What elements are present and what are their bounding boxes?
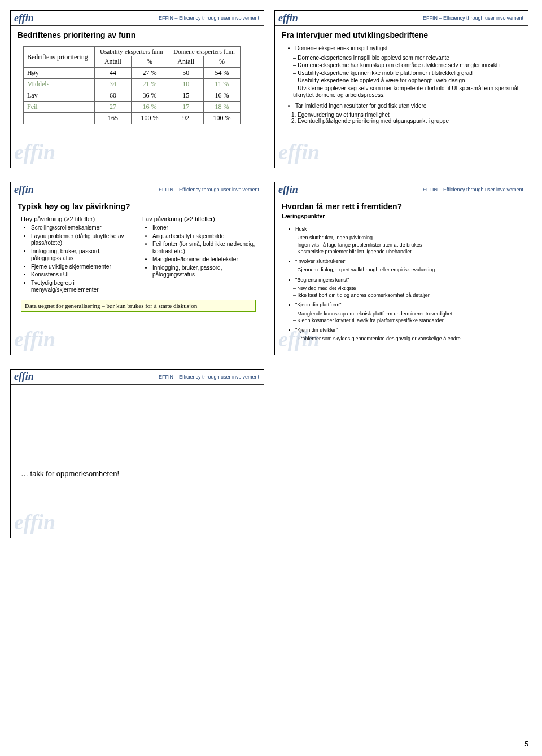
dash-item: Ikke kast bort din tid og andres oppmerk… [293, 292, 521, 298]
dash-item: Usability-ekspertene kjenner ikke mobile… [293, 70, 521, 77]
slide-title: Fra intervjuer med utviklingsbedriftene [275, 26, 528, 42]
bullet: "Begrensningens kunst" [295, 277, 521, 283]
dash-item: Nøy deg med det viktigste [293, 285, 521, 292]
list-item: Ikoner [152, 225, 257, 232]
brand-tagline: EFFIN – Efficiency through user involvem… [159, 15, 259, 21]
brand-logo: effin [278, 12, 298, 24]
bullet: Husk [295, 226, 521, 232]
group-header: Domene-eksperters funn [168, 47, 240, 56]
dash-item: Kosmetiske problemer blir lett liggende … [293, 249, 521, 255]
priority-table: Bedriftens prioritering Usability-eksper… [23, 46, 241, 124]
table-row: Middels 34 21 % 10 11 % [24, 79, 241, 90]
brand-tagline: EFFIN – Efficiency through user involvem… [423, 15, 523, 21]
numbered-item: Eventuell påfølgende prioritering med ut… [298, 118, 521, 124]
slide-5: effin EFFIN – Efficiency through user in… [10, 369, 264, 538]
numbered-item: Egenvurdering av et funns rimelighet [298, 112, 521, 118]
slide-subtitle: Læringspunkter [275, 213, 528, 223]
slide-4: effin EFFIN – Efficiency through user in… [274, 182, 528, 355]
slide-1: effin EFFIN – Efficiency through user in… [10, 10, 264, 168]
list-item: Tvetydig begrep i menyvalg/skjermelement… [31, 280, 136, 294]
list-item: Feil fonter (for små, bold ikke nødvendi… [152, 241, 257, 255]
slide-header: effin EFFIN – Efficiency through user in… [275, 182, 528, 197]
brand-tagline: EFFIN – Efficiency through user involvem… [159, 374, 259, 380]
slide-title: Typisk høy og lav påvirkning? [11, 197, 264, 213]
watermark-logo-icon: effin [278, 139, 320, 164]
dash-item: Kjenn kostnader knyttet til avvik fra pl… [293, 318, 521, 324]
slide-body: … takk for oppmerksomheten! [11, 385, 264, 482]
brand-logo: effin [14, 184, 34, 196]
list-item: Konsistens i UI [31, 271, 136, 279]
slide-title: Hvordan få mer rett i fremtiden? [275, 197, 528, 213]
bullet: Domene-ekspertenes innspill nyttigst [295, 45, 521, 52]
table-row-total: 165 100 % 92 100 % [24, 113, 241, 124]
dash-item: Gjennom dialog, expert walkthrough eller… [293, 267, 521, 273]
dash-item: Manglende kunnskap om teknisk plattform … [293, 311, 521, 317]
dash-item: Problemer som skyldes gjennomtenkte desi… [293, 336, 521, 342]
sub-header: Antall [95, 56, 131, 68]
slide-header: effin EFFIN – Efficiency through user in… [275, 11, 528, 26]
bullet: Tar imidlertid ingen resultater for god … [295, 103, 521, 110]
dash-item: Ingen vits i å lage lange problemlister … [293, 242, 521, 248]
list-item: Innlogging, bruker, passord, påloggingss… [152, 265, 257, 279]
brand-tagline: EFFIN – Efficiency through user involvem… [159, 187, 259, 192]
brand-logo: effin [278, 184, 298, 196]
thanks-text: … takk for oppmerksomheten! [21, 469, 119, 478]
list-item: Fjerne uviktige skjermelementer [31, 263, 136, 271]
watermark-logo-icon: effin [14, 509, 55, 534]
sub-header: % [204, 56, 240, 68]
bullet: "Involver sluttbrukere!" [295, 258, 521, 265]
dash-item: Utviklerne opplever seg selv som mer kom… [293, 85, 521, 99]
slide-body: Husk Uten sluttbruker, ingen påvirkning … [275, 223, 528, 350]
dash-item: Domene-ekspertenes innspill ble opplevd … [293, 55, 521, 62]
table-row: Høy 44 27 % 50 54 % [24, 68, 241, 79]
dash-item: Domene-ekspertene har kunnskap om et omr… [293, 62, 521, 69]
bullet: "Kjenn din utvikler" [295, 327, 521, 333]
column-head: Høy påvirkning (>2 tilfeller) [21, 216, 136, 222]
column-head: Lav påvirkning (>2 tilfeller) [142, 216, 257, 222]
list-item: Layoutproblemer (dårlig utnyttelse av pl… [31, 233, 136, 247]
brand-logo: effin [14, 12, 34, 24]
list-item: Innlogging, bruker, passord, påloggingss… [31, 248, 136, 262]
slide-header: effin EFFIN – Efficiency through user in… [11, 11, 264, 26]
slide-2: effin EFFIN – Efficiency through user in… [274, 10, 528, 168]
sub-header: % [131, 56, 168, 68]
sub-header: Antall [168, 56, 204, 68]
slide-header: effin EFFIN – Efficiency through user in… [11, 182, 264, 197]
list-item: Manglende/forvirrende ledetekster [152, 256, 257, 263]
slide-title: Bedriftenes prioritering av funn [11, 26, 264, 42]
right-column: Lav påvirkning (>2 tilfeller) Ikoner Ang… [142, 216, 257, 296]
slide-body: Høy påvirkning (>2 tilfeller) Scrolling/… [11, 213, 264, 317]
slide-body: Domene-ekspertenes innspill nyttigst Dom… [275, 42, 528, 132]
brand-logo: effin [14, 371, 34, 383]
note-box: Data uegnet for generalisering – bør kun… [21, 300, 256, 312]
list-item: Ang. arbeidsflyt i skjermbildet [152, 233, 257, 240]
slide-3: effin EFFIN – Efficiency through user in… [10, 182, 264, 355]
watermark-logo-icon: effin [14, 139, 55, 164]
dash-item: Usability-ekspertene ble opplevd å være … [293, 77, 521, 85]
row-header: Bedriftens prioritering [24, 47, 95, 68]
slide-grid: effin EFFIN – Efficiency through user in… [10, 10, 532, 538]
watermark-logo-icon: effin [14, 327, 55, 351]
bullet: "Kjenn din plattform" [295, 302, 521, 308]
list-item: Scrolling/scrollemekanismer [31, 225, 136, 232]
table-row: Lav 60 36 % 15 16 % [24, 90, 241, 102]
table-row: Feil 27 16 % 17 18 % [24, 102, 241, 113]
group-header: Usability-eksperters funn [95, 47, 168, 56]
dash-item: Uten sluttbruker, ingen påvirkning [293, 235, 521, 241]
left-column: Høy påvirkning (>2 tilfeller) Scrolling/… [21, 216, 136, 296]
slide-header: effin EFFIN – Efficiency through user in… [11, 370, 264, 385]
brand-tagline: EFFIN – Efficiency through user involvem… [423, 187, 523, 192]
slide-body: Bedriftens prioritering Usability-eksper… [11, 42, 264, 129]
